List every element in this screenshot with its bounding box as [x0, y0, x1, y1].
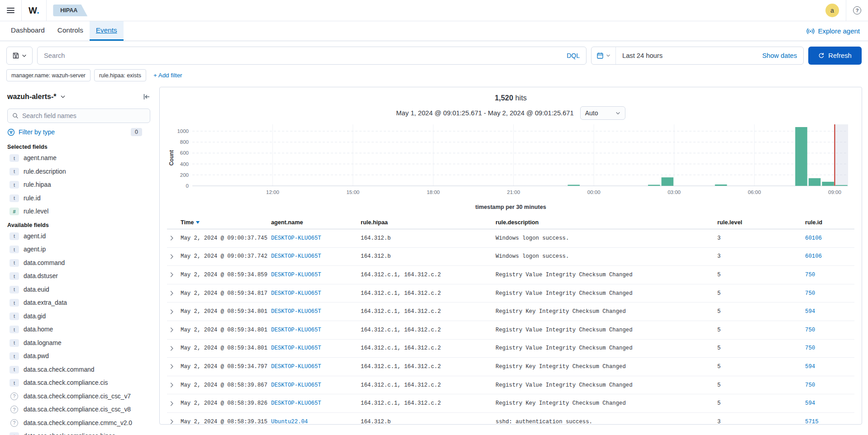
breadcrumb[interactable]: HIPAA — [53, 5, 87, 16]
agent-name-link[interactable]: DESKTOP-KLUO65T — [271, 290, 321, 297]
field-item[interactable]: tagent.ip — [7, 243, 150, 256]
expand-row-button[interactable] — [169, 309, 175, 315]
interval-select[interactable]: Auto — [580, 106, 625, 120]
cell-rule-hipaa: 164.312.c.1, 164.312.c.2 — [361, 382, 441, 388]
agent-name-link[interactable]: DESKTOP-KLUO65T — [271, 400, 321, 407]
expand-row-button[interactable] — [169, 364, 175, 369]
tab-events[interactable]: Events — [90, 21, 124, 41]
expand-row-button[interactable] — [169, 327, 175, 333]
expand-row-button[interactable] — [169, 235, 175, 241]
rule-id-link[interactable]: 750 — [805, 382, 815, 388]
expand-row-button[interactable] — [169, 254, 175, 260]
filter-pill-manager-name[interactable]: manager.name: wazuh-server — [6, 69, 91, 81]
tab-controls[interactable]: Controls — [51, 21, 90, 41]
field-item[interactable]: tdata.extra_data — [7, 296, 150, 310]
histogram-bar[interactable] — [715, 184, 727, 186]
agent-name-link[interactable]: DESKTOP-KLUO65T — [271, 235, 321, 241]
rule-id-link[interactable]: 5715 — [805, 419, 819, 425]
field-item[interactable]: tdata.euid — [7, 283, 150, 297]
filter-pill-rule-hipaa[interactable]: rule.hipaa: exists — [94, 69, 146, 81]
field-item[interactable]: ?data.sca.check.compliance.cis_csc_v7 — [7, 390, 150, 403]
table-row: May 2, 2024 @ 09:00:37.745DESKTOP-KLUO65… — [167, 229, 854, 248]
rule-id-link[interactable]: 594 — [805, 400, 815, 407]
rule-id-link[interactable]: 750 — [805, 345, 815, 351]
histogram-bar[interactable] — [835, 185, 848, 186]
agent-name-link[interactable]: Ubuntu22.04 — [271, 419, 308, 425]
expand-row-button[interactable] — [169, 401, 175, 407]
dql-button[interactable]: DQL — [567, 52, 580, 59]
field-item[interactable]: tdata.command — [7, 256, 150, 270]
string-field-icon: t — [10, 272, 19, 280]
help-icon[interactable]: ? — [853, 6, 861, 14]
show-dates-button[interactable]: Show dates — [762, 52, 803, 59]
field-item[interactable]: tdata.sca.check.compliance.hipaa — [7, 430, 150, 435]
unknown-field-icon: ? — [10, 392, 18, 400]
expand-row-button[interactable] — [169, 382, 175, 388]
column-header-agent-name[interactable]: agent.name — [271, 219, 361, 226]
filter-by-type-button[interactable]: Filter by type — [19, 128, 55, 136]
search-input[interactable] — [44, 52, 567, 59]
field-item[interactable]: tdata.sca.check.command — [7, 363, 150, 377]
field-item[interactable]: trule.id — [7, 192, 150, 205]
column-header-rule-description[interactable]: rule.description — [496, 219, 717, 226]
field-item[interactable]: trule.hipaa — [7, 178, 150, 192]
histogram-bar[interactable] — [648, 185, 660, 186]
cell-rule-description: Windows logon success. — [496, 253, 569, 260]
rule-id-link[interactable]: 750 — [805, 327, 815, 333]
agent-name-link[interactable]: DESKTOP-KLUO65T — [271, 364, 321, 370]
cell-rule-hipaa: 164.312.c.1, 164.312.c.2 — [361, 364, 441, 370]
index-pattern-selector[interactable]: wazuh-alerts-* — [7, 93, 66, 101]
field-item[interactable]: tdata.pwd — [7, 350, 150, 363]
field-item[interactable]: tdata.dstuser — [7, 270, 150, 283]
rule-id-link[interactable]: 750 — [805, 272, 815, 278]
refresh-button[interactable]: Refresh — [808, 47, 862, 65]
agent-name-link[interactable]: DESKTOP-KLUO65T — [271, 327, 321, 333]
histogram-bar[interactable] — [822, 182, 834, 186]
field-search-input[interactable] — [22, 112, 145, 119]
field-item[interactable]: tdata.sca.check.compliance.cis — [7, 376, 150, 390]
wazuh-logo[interactable]: W. — [29, 5, 39, 16]
rule-id-link[interactable]: 750 — [805, 290, 815, 297]
field-name: data.euid — [24, 286, 49, 293]
field-item[interactable]: tdata.home — [7, 323, 150, 336]
expand-row-button[interactable] — [169, 345, 175, 351]
time-range-value[interactable]: Last 24 hours — [616, 52, 663, 59]
cell-rule-hipaa: 164.312.c.1, 164.312.c.2 — [361, 327, 441, 333]
field-item[interactable]: #rule.level — [7, 205, 150, 218]
rule-id-link[interactable]: 594 — [805, 308, 815, 315]
avatar[interactable]: a — [825, 4, 839, 17]
field-item[interactable]: tagent.name — [7, 151, 150, 165]
histogram-bar[interactable] — [795, 127, 807, 186]
saved-queries-button[interactable] — [6, 47, 33, 65]
field-item[interactable]: tdata.logname — [7, 336, 150, 350]
column-header-time[interactable]: Time — [181, 219, 271, 226]
agent-name-link[interactable]: DESKTOP-KLUO65T — [271, 308, 321, 315]
agent-name-link[interactable]: DESKTOP-KLUO65T — [271, 272, 321, 278]
field-item[interactable]: trule.description — [7, 165, 150, 179]
add-filter-button[interactable]: + Add filter — [153, 72, 182, 79]
field-item[interactable]: tagent.id — [7, 230, 150, 243]
date-quick-select-button[interactable] — [591, 47, 616, 64]
column-header-rule-id[interactable]: rule.id — [805, 219, 854, 226]
expand-row-button[interactable] — [169, 272, 175, 278]
column-header-rule-level[interactable]: rule.level — [717, 219, 805, 226]
expand-row-button[interactable] — [169, 419, 175, 425]
agent-name-link[interactable]: DESKTOP-KLUO65T — [271, 382, 321, 388]
histogram-bar[interactable] — [662, 177, 674, 186]
field-item[interactable]: ?data.sca.check.compliance.cmmc_v2.0 — [7, 416, 150, 430]
rule-id-link[interactable]: 60106 — [805, 253, 822, 260]
field-item[interactable]: ?data.sca.check.compliance.cis_csc_v8 — [7, 403, 150, 416]
column-header-rule-hipaa[interactable]: rule.hipaa — [361, 219, 496, 226]
agent-name-link[interactable]: DESKTOP-KLUO65T — [271, 253, 321, 260]
histogram-bar[interactable] — [809, 178, 821, 186]
explore-agent-button[interactable]: Explore agent — [806, 21, 868, 41]
collapse-sidebar-icon[interactable] — [143, 93, 150, 100]
field-item[interactable]: tdata.gid — [7, 310, 150, 323]
agent-name-link[interactable]: DESKTOP-KLUO65T — [271, 345, 321, 351]
rule-id-link[interactable]: 60106 — [805, 235, 822, 241]
tab-dashboard[interactable]: Dashboard — [5, 21, 51, 41]
expand-row-button[interactable] — [169, 290, 175, 296]
rule-id-link[interactable]: 594 — [805, 364, 815, 370]
menu-hamburger-icon[interactable] — [7, 8, 14, 13]
histogram-bar[interactable] — [568, 185, 580, 186]
